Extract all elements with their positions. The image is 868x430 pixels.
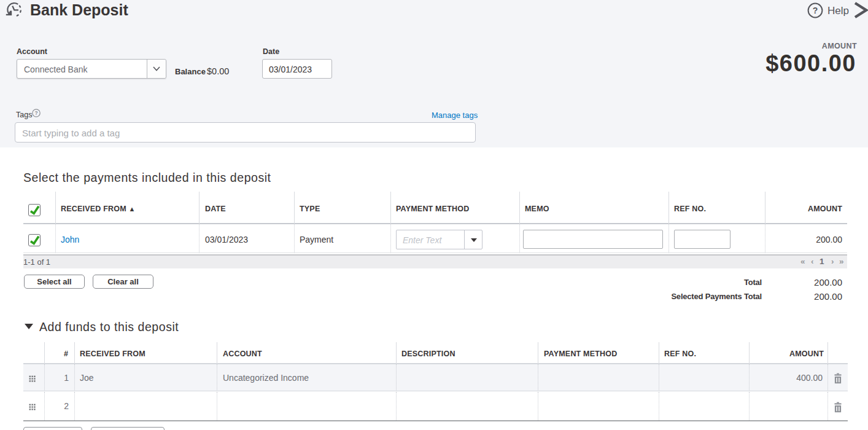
svg-text:?: ? bbox=[34, 110, 37, 116]
svg-text:?: ? bbox=[813, 6, 818, 15]
